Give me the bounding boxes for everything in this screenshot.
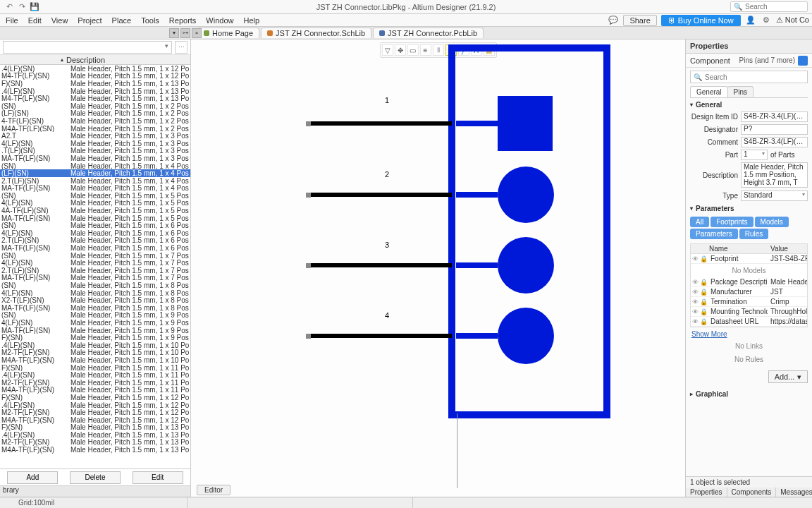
pill-parameters[interactable]: Parameters (690, 229, 738, 239)
pill-footprints[interactable]: Footprints (710, 217, 753, 227)
redo-icon[interactable]: ↷ (17, 2, 27, 12)
component-row[interactable]: (SN)Male Header, Pitch 1.5 mm, 1 x 4 Pos… (0, 162, 190, 170)
menu-edit[interactable]: Edit (28, 16, 42, 25)
list-header[interactable]: ▴ Description (0, 55, 190, 65)
component-row[interactable]: F)(SN)Male Header, Pitch 1.5 mm, 1 x 13 … (0, 80, 190, 87)
parameter-row[interactable]: 👁🔒Datasheet URLhttps://datash (691, 317, 807, 327)
section-general[interactable]: General (690, 101, 808, 109)
component-row[interactable]: F)(SN)Male Header, Pitch 1.5 mm, 1 x 11 … (0, 364, 190, 372)
pill-all[interactable]: All (690, 217, 709, 227)
component-row[interactable]: M2-TF(LF)(SN)Male Header, Pitch 1.5 mm, … (0, 379, 190, 387)
component-row[interactable]: (SN)Male Header, Pitch 1.5 mm, 1 x 7 Pos… (0, 252, 190, 260)
schematic-canvas[interactable]: ▽ ✥ ▭ ≡ ⫴ ◧ ╱ A ▦ (191, 40, 685, 497)
component-row[interactable]: M4A-TF(LF)(SN)Male Header, Pitch 1.5 mm,… (0, 446, 190, 454)
field-design-item-id[interactable]: S4B-ZR-3.4(LF)(SN) (741, 111, 808, 122)
component-row[interactable]: (SN)Male Header, Pitch 1.5 mm, 1 x 2 Pos… (0, 102, 190, 110)
menu-tools[interactable]: Tools (141, 16, 159, 25)
component-row[interactable]: 4A-TF(LF)(SN)Male Header, Pitch 1.5 mm, … (0, 207, 190, 214)
panel-tab-components[interactable]: Components (727, 488, 777, 497)
pins-link[interactable]: Pins (and 7 more) (739, 56, 795, 64)
parameter-row[interactable]: 👁🔒ManufacturerJST (691, 287, 807, 297)
buy-online-button[interactable]: ⛨ Buy Online Now (661, 15, 741, 26)
menu-window[interactable]: Window (206, 16, 233, 25)
component-row[interactable]: M2-TF(LF)(SN)Male Header, Pitch 1.5 mm, … (0, 439, 190, 447)
component-row[interactable]: M4A-TF(LF)(SN)Male Header, Pitch 1.5 mm,… (0, 125, 190, 133)
component-row[interactable]: F)(SN)Male Header, Pitch 1.5 mm, 1 x 9 P… (0, 334, 190, 341)
component-row[interactable]: .T(LF)(SN)Male Header, Pitch 1.5 mm, 1 x… (0, 147, 190, 155)
component-row[interactable]: .4(LF)(SN)Male Header, Pitch 1.5 mm, 1 x… (0, 431, 190, 439)
menu-reports[interactable]: Reports (169, 16, 197, 25)
panel-dropdown-icon[interactable]: ▾ (169, 28, 179, 38)
undo-icon[interactable]: ↶ (4, 2, 14, 12)
component-row[interactable]: 2.T(LF)(SN)Male Header, Pitch 1.5 mm, 1 … (0, 177, 190, 185)
component-row[interactable]: M2-TF(LF)(SN)Male Header, Pitch 1.5 mm, … (0, 349, 190, 357)
component-row[interactable]: M2-TF(LF)(SN)Male Header, Pitch 1.5 mm, … (0, 409, 190, 416)
field-part[interactable]: 1 (741, 150, 768, 160)
doc-tab-pcb[interactable]: JST ZH Connector.PcbLib (373, 28, 484, 38)
field-description[interactable]: Male Header, Pitch 1.5 mm Position, Heig… (741, 162, 808, 188)
parameter-row[interactable]: 👁🔒Mounting TechnologyThroughHole (691, 307, 807, 317)
component-list[interactable]: .4(LF)(SN)Male Header, Pitch 1.5 mm, 1 x… (0, 65, 190, 468)
component-row[interactable]: (SN)Male Header, Pitch 1.5 mm, 1 x 8 Pos… (0, 282, 190, 289)
component-row[interactable]: MA-TF(LF)(SN)Male Header, Pitch 1.5 mm, … (0, 274, 190, 282)
component-row[interactable]: .4(LF)(SN)Male Header, Pitch 1.5 mm, 1 x… (0, 371, 190, 379)
component-row[interactable]: 4(LF)(SN)Male Header, Pitch 1.5 mm, 1 x … (0, 259, 190, 267)
component-filter-button[interactable]: ⋯ (175, 41, 187, 54)
panel-tab-properties[interactable]: Properties (686, 488, 727, 497)
editor-tab[interactable]: Editor (197, 485, 230, 495)
panel-close-icon[interactable]: × (192, 28, 202, 38)
component-row[interactable]: 4(LF)(SN)Male Header, Pitch 1.5 mm, 1 x … (0, 140, 190, 147)
field-designator[interactable]: P? (741, 124, 808, 135)
component-row[interactable]: M4A-TF(LF)(SN)Male Header, Pitch 1.5 mm,… (0, 416, 190, 424)
component-filter-combo[interactable] (3, 41, 172, 54)
component-row[interactable]: (SN)Male Header, Pitch 1.5 mm, 1 x 9 Pos… (0, 312, 190, 320)
section-graphical[interactable]: Graphical (690, 390, 808, 398)
component-row[interactable]: .4(LF)(SN)Male Header, Pitch 1.5 mm, 1 x… (0, 341, 190, 349)
menu-help[interactable]: Help (243, 16, 259, 25)
component-row[interactable]: .4(LF)(SN)Male Header, Pitch 1.5 mm, 1 x… (0, 65, 190, 73)
parameter-row[interactable]: 👁🔒FootprintJST-S4B-ZR-… (691, 254, 807, 264)
component-row[interactable]: (LF)(SN)Male Header, Pitch 1.5 mm, 1 x 2… (0, 110, 190, 118)
field-comment[interactable]: S4B-ZR-3.4(LF)(SN) (741, 137, 808, 147)
component-row[interactable]: 2.T(LF)(SN)Male Header, Pitch 1.5 mm, 1 … (0, 267, 190, 274)
show-more-link[interactable]: Show More (691, 330, 806, 338)
component-row[interactable]: M4A-TF(LF)(SN)Male Header, Pitch 1.5 mm,… (0, 356, 190, 364)
component-row[interactable]: MA-TF(LF)(SN)Male Header, Pitch 1.5 mm, … (0, 304, 190, 312)
component-row[interactable]: MA-TF(LF)(SN)Male Header, Pitch 1.5 mm, … (0, 244, 190, 252)
component-row[interactable]: 4(LF)(SN)Male Header, Pitch 1.5 mm, 1 x … (0, 229, 190, 237)
component-row[interactable]: A2.TMale Header, Pitch 1.5 mm, 1 x 3 Pos… (0, 132, 190, 140)
gear-icon[interactable]: ⚙ (761, 15, 772, 26)
share-button[interactable]: Share (623, 15, 656, 26)
pill-rules[interactable]: Rules (739, 229, 769, 239)
component-row[interactable]: MA-TF(LF)(SN)Male Header, Pitch 1.5 mm, … (0, 214, 190, 222)
component-row[interactable]: (SN)Male Header, Pitch 1.5 mm, 1 x 6 Pos… (0, 222, 190, 229)
panel-pin-icon[interactable]: ⊶ (180, 28, 190, 38)
component-row[interactable]: MA-TF(LF)(SN)Male Header, Pitch 1.5 mm, … (0, 185, 190, 193)
user-icon[interactable]: 👤 (745, 15, 756, 26)
menu-place[interactable]: Place (112, 16, 132, 25)
global-search-input[interactable] (745, 3, 801, 11)
component-row[interactable]: 2.T(LF)(SN)Male Header, Pitch 1.5 mm, 1 … (0, 237, 190, 245)
tab-general[interactable]: General (690, 86, 728, 97)
component-row[interactable]: X2-T(LF)(SN)Male Header, Pitch 1.5 mm, 1… (0, 296, 190, 304)
chat-icon[interactable]: 💬 (608, 15, 619, 26)
menu-view[interactable]: View (51, 16, 68, 25)
component-row[interactable]: .4(LF)(SN)Male Header, Pitch 1.5 mm, 1 x… (0, 87, 190, 95)
component-row[interactable]: MA-TF(LF)(SN)Male Header, Pitch 1.5 mm, … (0, 327, 190, 334)
parameter-row[interactable]: 👁🔒TerminationCrimp (691, 297, 807, 307)
tab-pins[interactable]: Pins (727, 86, 753, 97)
add-component-button[interactable]: Add (7, 471, 58, 484)
add-parameter-button[interactable]: Add...▾ (768, 370, 808, 383)
panel-tab-messages[interactable]: Messages (776, 488, 812, 497)
global-search[interactable]: 🔍 (730, 1, 808, 12)
component-row[interactable]: .4(LF)(SN)Male Header, Pitch 1.5 mm, 1 x… (0, 401, 190, 409)
component-row[interactable]: M4-TF(LF)(SN)Male Header, Pitch 1.5 mm, … (0, 95, 190, 102)
component-row[interactable]: M4A-TF(LF)(SN)Male Header, Pitch 1.5 mm,… (0, 387, 190, 394)
menu-file[interactable]: File (6, 16, 18, 25)
component-row[interactable]: F)(SN)Male Header, Pitch 1.5 mm, 1 x 13 … (0, 424, 190, 432)
component-row[interactable]: 4(LF)(SN)Male Header, Pitch 1.5 mm, 1 x … (0, 319, 190, 327)
component-row[interactable]: M4-TF(LF)(SN)Male Header, Pitch 1.5 mm, … (0, 73, 190, 80)
component-row[interactable]: MA-TF(LF)(SN)Male Header, Pitch 1.5 mm, … (0, 155, 190, 162)
library-tab[interactable]: brary (0, 485, 190, 497)
parameter-row[interactable]: 👁🔒Package DescriptionMale Header, (691, 277, 807, 287)
